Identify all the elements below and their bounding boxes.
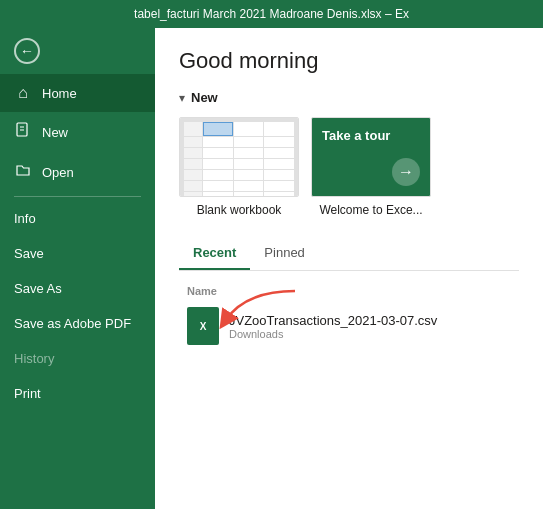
sidebar-item-info[interactable]: Info: [0, 201, 155, 236]
tour-thumb-text: Take a tour: [322, 128, 390, 143]
saveas-label: Save As: [14, 281, 62, 296]
open-icon: [14, 162, 32, 182]
new-section-label: New: [191, 90, 218, 105]
tab-recent[interactable]: Recent: [179, 237, 250, 270]
sidebar-open-label: Open: [42, 165, 74, 180]
new-chevron-icon[interactable]: ▾: [179, 91, 185, 105]
file-info: JVZooTransactions_2021-03-07.csv Downloa…: [229, 313, 437, 340]
templates-row: Blank workbook Take a tour → Welcome to …: [179, 117, 519, 217]
main-content: Good morning ▾ New: [155, 28, 543, 509]
tour-arrow-icon: →: [392, 158, 420, 186]
title-bar: tabel_facturi March 2021 Madroane Denis.…: [0, 0, 543, 28]
home-icon: ⌂: [14, 84, 32, 102]
blank-workbook-label: Blank workbook: [197, 203, 282, 217]
blank-thumb: [179, 117, 299, 197]
sidebar-item-history[interactable]: History: [0, 341, 155, 376]
saveadobe-label: Save as Adobe PDF: [14, 316, 131, 331]
sidebar-item-home[interactable]: ⌂ Home: [0, 74, 155, 112]
sidebar-home-label: Home: [42, 86, 77, 101]
history-label: History: [14, 351, 54, 366]
template-blank[interactable]: Blank workbook: [179, 117, 299, 217]
file-icon-xlsx: X: [187, 307, 219, 345]
sidebar-item-print[interactable]: Print: [0, 376, 155, 411]
file-name: JVZooTransactions_2021-03-07.csv: [229, 313, 437, 328]
title-bar-text: tabel_facturi March 2021 Madroane Denis.…: [134, 7, 409, 21]
sidebar: ← ⌂ Home New: [0, 28, 155, 509]
info-label: Info: [14, 211, 36, 226]
sidebar-item-saveadobe[interactable]: Save as Adobe PDF: [0, 306, 155, 341]
sidebar-item-open[interactable]: Open: [0, 152, 155, 192]
tour-label: Welcome to Exce...: [319, 203, 422, 217]
sidebar-nav: ⌂ Home New Ope: [0, 74, 155, 192]
sidebar-item-new[interactable]: New: [0, 112, 155, 152]
back-icon: ←: [14, 38, 40, 64]
tour-thumb: Take a tour →: [311, 117, 431, 197]
save-label: Save: [14, 246, 44, 261]
sidebar-item-save[interactable]: Save: [0, 236, 155, 271]
recent-file-jvzoo[interactable]: X JVZooTransactions_2021-03-07.csv Downl…: [179, 301, 519, 351]
sidebar-item-saveas[interactable]: Save As: [0, 271, 155, 306]
file-path: Downloads: [229, 328, 437, 340]
template-tour[interactable]: Take a tour → Welcome to Exce...: [311, 117, 431, 217]
back-button[interactable]: ←: [0, 28, 155, 74]
recent-header: Name: [179, 281, 519, 301]
sidebar-new-label: New: [42, 125, 68, 140]
print-label: Print: [14, 386, 41, 401]
tab-pinned[interactable]: Pinned: [250, 237, 318, 270]
new-icon: [14, 122, 32, 142]
greeting-text: Good morning: [179, 48, 519, 74]
name-col-header: Name: [187, 285, 217, 297]
new-section-header: ▾ New: [179, 90, 519, 105]
tabs-row: Recent Pinned: [179, 237, 519, 271]
sidebar-divider: [14, 196, 141, 197]
